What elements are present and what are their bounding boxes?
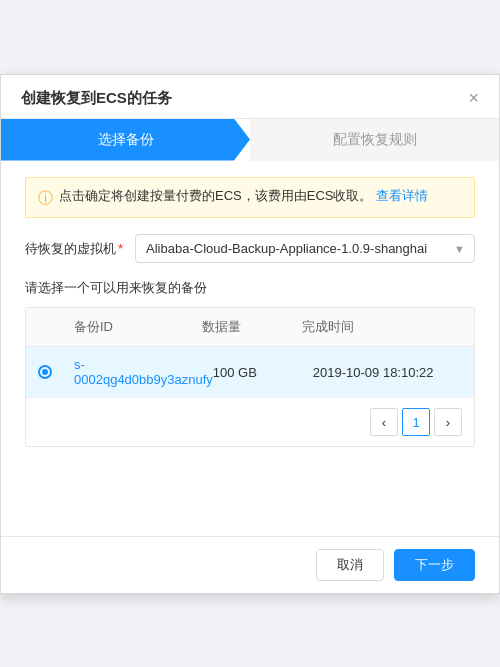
col-time: 完成时间: [302, 318, 462, 336]
dialog-title: 创建恢复到ECS的任务: [21, 89, 172, 108]
step-1-label: 选择备份: [98, 131, 154, 147]
vm-form-row: 待恢复的虚拟机* Alibaba-Cloud-Backup-Appliance-…: [25, 234, 475, 263]
notice-text: 点击确定将创建按量付费的ECS，该费用由ECS收取。 查看详情: [59, 186, 428, 206]
notice-link[interactable]: 查看详情: [376, 188, 428, 203]
warning-icon: ⓘ: [38, 187, 53, 210]
col-size: 数据量: [202, 318, 302, 336]
step-1[interactable]: 选择备份: [1, 119, 250, 161]
table-row[interactable]: s-0002qg4d0bb9y3aznufy 100 GB 2019-10-09…: [26, 347, 474, 398]
backup-time: 2019-10-09 18:10:22: [313, 365, 473, 380]
backup-table: 备份ID 数据量 完成时间 s-0002qg4d0bb9y3aznufy 100…: [25, 307, 475, 447]
dialog-header: 创建恢复到ECS的任务 ×: [1, 75, 499, 119]
dialog-footer: 取消 下一步: [1, 536, 499, 593]
radio-button[interactable]: [38, 365, 52, 379]
pagination: ‹ 1 ›: [26, 398, 474, 446]
row-radio[interactable]: [38, 365, 74, 379]
prev-page-button[interactable]: ‹: [370, 408, 398, 436]
next-button[interactable]: 下一步: [394, 549, 475, 581]
dialog: 创建恢复到ECS的任务 × 选择备份 配置恢复规则 ⓘ 点击确定将创建按量付费的…: [0, 74, 500, 594]
radio-inner: [42, 369, 48, 375]
vm-label: 待恢复的虚拟机*: [25, 240, 123, 258]
vm-select-wrapper: Alibaba-Cloud-Backup-Appliance-1.0.9-sha…: [135, 234, 475, 263]
backup-table-section: 请选择一个可以用来恢复的备份 备份ID 数据量 完成时间 s-000: [25, 279, 475, 447]
table-header: 备份ID 数据量 完成时间: [26, 308, 474, 347]
close-button[interactable]: ×: [468, 89, 479, 107]
backup-size: 100 GB: [213, 365, 313, 380]
section-title: 请选择一个可以用来恢复的备份: [25, 279, 475, 297]
step-2-label: 配置恢复规则: [333, 131, 417, 147]
col-select: [38, 318, 74, 336]
page-1-button[interactable]: 1: [402, 408, 430, 436]
backup-id[interactable]: s-0002qg4d0bb9y3aznufy: [74, 357, 213, 387]
cancel-button[interactable]: 取消: [316, 549, 384, 581]
next-page-button[interactable]: ›: [434, 408, 462, 436]
vm-select[interactable]: Alibaba-Cloud-Backup-Appliance-1.0.9-sha…: [135, 234, 475, 263]
col-id: 备份ID: [74, 318, 202, 336]
step-2[interactable]: 配置恢复规则: [250, 119, 499, 161]
dialog-body: ⓘ 点击确定将创建按量付费的ECS，该费用由ECS收取。 查看详情 待恢复的虚拟…: [1, 161, 499, 536]
notice-bar: ⓘ 点击确定将创建按量付费的ECS，该费用由ECS收取。 查看详情: [25, 177, 475, 219]
steps-bar: 选择备份 配置恢复规则: [1, 119, 499, 161]
required-star: *: [118, 241, 123, 256]
